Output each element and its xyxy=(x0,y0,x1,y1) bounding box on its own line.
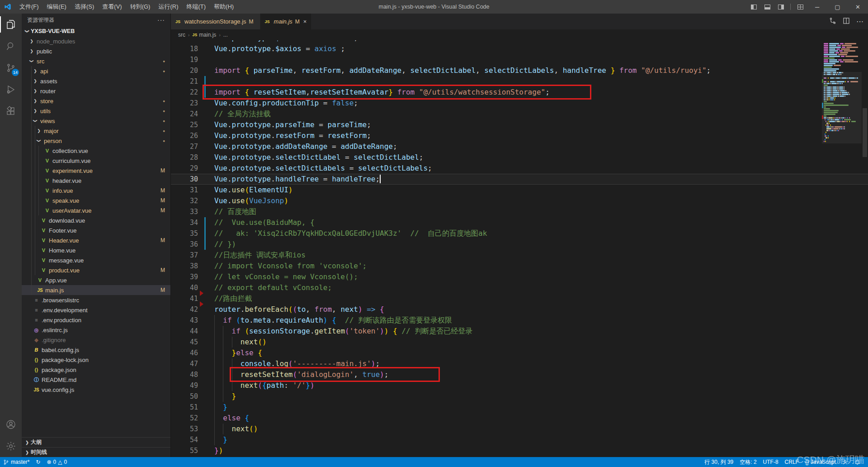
code-line[interactable]: 46 }else { xyxy=(171,348,868,358)
code-line[interactable]: 37//日志插件 调试安卓和ios xyxy=(171,250,868,261)
code-line[interactable]: 27Vue.prototype.addDateRange = addDateRa… xyxy=(171,141,868,152)
tree-item[interactable]: VApp.vue xyxy=(22,275,170,285)
tree-item[interactable]: VFooter.vue xyxy=(22,225,170,235)
tree-item[interactable]: Vinfo.vueM xyxy=(22,186,170,195)
tree-item[interactable]: JSmain.jsM xyxy=(22,285,170,295)
code-line[interactable]: 50 } xyxy=(171,391,868,402)
tree-item[interactable]: ❯api● xyxy=(22,66,170,76)
close-window-button[interactable]: ✕ xyxy=(848,0,868,14)
sidebar-panel-outline[interactable]: ❯大纲 xyxy=(22,437,170,447)
split-editor-icon[interactable] xyxy=(843,17,850,26)
settings-gear-icon[interactable] xyxy=(0,435,22,457)
tree-item[interactable]: ≡.browserslistrc xyxy=(22,295,170,305)
tree-item[interactable]: {}package-lock.json xyxy=(22,355,170,365)
code-line[interactable]: 36// }) xyxy=(171,239,868,250)
tree-item[interactable]: ◎.eslintrc.js xyxy=(22,325,170,335)
code-line[interactable]: 21 xyxy=(171,76,868,87)
toggle-panel-icon[interactable] xyxy=(760,0,774,14)
code-line[interactable]: 53 next() xyxy=(171,424,868,434)
minimize-button[interactable]: ─ xyxy=(807,0,827,14)
tree-item[interactable]: VuserAvatar.vueM xyxy=(22,205,170,215)
explorer-icon[interactable] xyxy=(0,14,22,35)
language-mode-status[interactable]: {} JavaScript xyxy=(802,457,839,467)
tree-item[interactable]: ❯node_modules xyxy=(22,36,170,46)
menu-item[interactable]: 终端(T) xyxy=(182,0,210,14)
code-line[interactable]: 43 if (to.meta.requireAuth) { // 判断该路由是否… xyxy=(171,315,868,326)
tree-item[interactable]: Vproduct.vueM xyxy=(22,265,170,275)
code-line[interactable]: 31Vue.use(ElementUI) xyxy=(171,185,868,195)
code-line[interactable]: 18Vue.prototype.$axios = axios ; xyxy=(171,43,868,54)
code-line[interactable]: 41//路由拦截 xyxy=(171,293,868,304)
tree-item[interactable]: Vcollection.vue xyxy=(22,146,170,156)
tree-item[interactable]: Vspeak.vueM xyxy=(22,195,170,205)
tree-item[interactable]: ❯public xyxy=(22,46,170,56)
code-line[interactable]: 19 xyxy=(171,54,868,65)
code-line[interactable]: 40// export default vConsole; xyxy=(171,282,868,293)
code-line[interactable]: 35// ak: 'Xisq2icRb7YqkHDcxQaL0GEdDvjUAK… xyxy=(171,228,868,239)
tree-item[interactable]: ❯utils● xyxy=(22,106,170,116)
tree-item[interactable]: Bbabel.config.js xyxy=(22,345,170,355)
code-line[interactable]: 28Vue.prototype.selectDictLabel = select… xyxy=(171,152,868,163)
breadcrumb-item[interactable]: ... xyxy=(223,32,228,38)
problems-status[interactable]: ⊗ 0 △ 0 xyxy=(43,457,70,467)
breadcrumb-item[interactable]: src xyxy=(178,32,185,38)
code-line[interactable]: 25Vue.prototype.parseTime = parseTime; xyxy=(171,119,868,130)
code-line[interactable]: 24// 全局方法挂载 xyxy=(171,109,868,119)
extensions-icon[interactable] xyxy=(0,100,22,122)
git-branch-status[interactable]: master* xyxy=(0,457,33,467)
code-line[interactable]: 26Vue.prototype.resetForm = resetForm; xyxy=(171,130,868,141)
feedback-icon[interactable] xyxy=(839,457,851,467)
menu-item[interactable]: 编辑(E) xyxy=(43,0,71,14)
toggle-secondary-sidebar-icon[interactable] xyxy=(774,0,788,14)
tree-item[interactable]: ❯person● xyxy=(22,136,170,146)
code-line[interactable]: 33// 百度地图 xyxy=(171,206,868,217)
code-line[interactable]: 42router.beforeEach((to, from, next) => … xyxy=(171,304,868,315)
open-changes-icon[interactable] xyxy=(829,17,836,26)
code-line[interactable]: 29Vue.prototype.selectDictLabels = selec… xyxy=(171,163,868,174)
tree-item[interactable]: ≡.env.production xyxy=(22,315,170,325)
code-line[interactable]: 54 } xyxy=(171,434,868,445)
code-line[interactable]: 34// Vue.use(BaiduMap, { xyxy=(171,217,868,228)
tree-item[interactable]: ❯src● xyxy=(22,56,170,66)
code-line[interactable]: 39// let vConsole = new Vconsole(); xyxy=(171,272,868,282)
tree-item[interactable]: VHome.vue xyxy=(22,245,170,255)
code-line[interactable]: 45 next() xyxy=(171,337,868,348)
menu-item[interactable]: 运行(R) xyxy=(154,0,182,14)
code-line[interactable]: 49 next({path: '/'}) xyxy=(171,380,868,391)
sidebar-panel-timeline[interactable]: ❯时间线 xyxy=(22,447,170,457)
menu-item[interactable]: 转到(G) xyxy=(126,0,155,14)
tree-item[interactable]: VHeader.vueM xyxy=(22,235,170,245)
code-line[interactable]: 32Vue.use(VueJsonp) xyxy=(171,195,868,206)
code-editor[interactable]: 17Vue.prototype.$echarts = echarts;18Vue… xyxy=(171,40,868,457)
tree-item[interactable]: ❯views● xyxy=(22,116,170,126)
menu-item[interactable]: 帮助(H) xyxy=(210,0,238,14)
code-line[interactable]: 52 else { xyxy=(171,413,868,424)
tree-item[interactable]: ◆.gitignore xyxy=(22,335,170,345)
code-line[interactable]: 47 console.log('---------main.js'); xyxy=(171,358,868,369)
customize-layout-icon[interactable] xyxy=(793,0,807,14)
menu-item[interactable]: 文件(F) xyxy=(15,0,43,14)
project-root-row[interactable]: ❯ YXSB-VUE-WEB xyxy=(22,26,170,36)
code-line[interactable]: 30Vue.prototype.handleTree = handleTree; xyxy=(171,174,868,185)
code-line[interactable]: 17Vue.prototype.$echarts = echarts; xyxy=(171,40,868,43)
breadcrumb-item[interactable]: main.js xyxy=(199,32,216,38)
run-debug-icon[interactable] xyxy=(0,79,22,100)
maximize-button[interactable]: ▢ xyxy=(827,0,848,14)
more-actions-icon[interactable]: ⋯ xyxy=(856,17,863,26)
toggle-sidebar-icon[interactable] xyxy=(747,0,760,14)
tree-item[interactable]: JSvue.config.js xyxy=(22,385,170,395)
code-line[interactable]: 48 resetSetItem('dialogLogin', true); xyxy=(171,369,868,380)
tab-main.js[interactable]: JSmain.jsM× xyxy=(260,14,312,29)
sync-changes-icon[interactable]: ↻ xyxy=(33,457,43,467)
menu-item[interactable]: 选择(S) xyxy=(71,0,98,14)
tab-watchsessionStorage.js[interactable]: JSwatchsessionStorage.jsM xyxy=(171,14,260,29)
editor-scrollbar[interactable] xyxy=(862,40,868,457)
tree-item[interactable]: Vdownload.vue xyxy=(22,215,170,225)
tree-item[interactable]: Vheader.vue xyxy=(22,176,170,186)
tree-item[interactable]: {}package.json xyxy=(22,365,170,375)
tree-item[interactable]: ❯router xyxy=(22,86,170,96)
code-line[interactable]: 38// import Vconsole from 'vconsole'; xyxy=(171,261,868,272)
indentation-status[interactable]: 空格: 2 xyxy=(736,457,760,467)
cursor-position-status[interactable]: 行 30, 列 39 xyxy=(701,457,736,467)
minimap[interactable] xyxy=(822,40,862,457)
